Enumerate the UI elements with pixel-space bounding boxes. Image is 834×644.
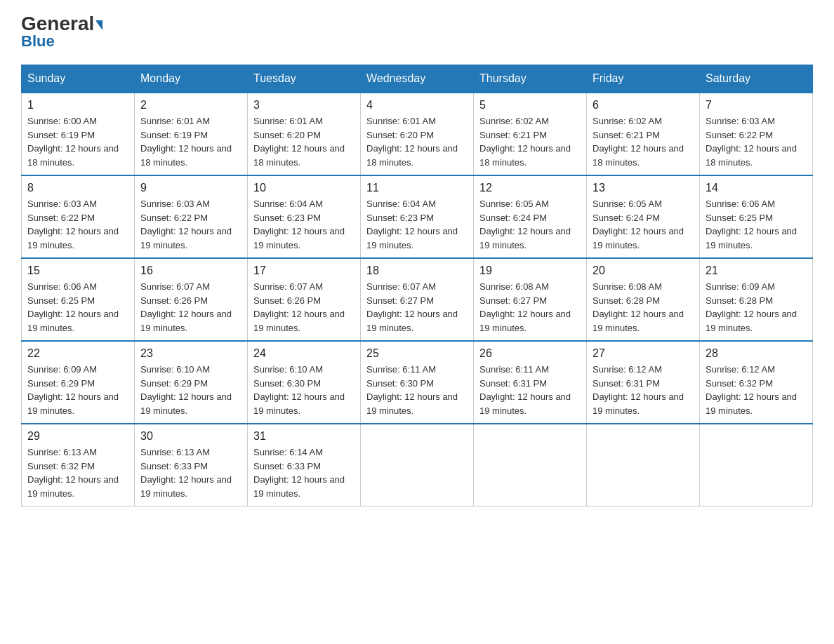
day-info: Sunrise: 6:09 AMSunset: 6:29 PMDaylight:… [27,363,128,417]
day-number: 5 [479,99,581,112]
day-number: 8 [27,182,128,194]
weekday-header-monday: Monday [135,65,248,93]
day-number: 22 [27,347,128,360]
weekday-header-friday: Friday [587,65,700,93]
page-header: General Blue [21,14,813,51]
calendar-cell: 27Sunrise: 6:12 AMSunset: 6:31 PMDayligh… [587,341,700,424]
day-number: 30 [140,430,241,443]
day-info: Sunrise: 6:11 AMSunset: 6:31 PMDaylight:… [479,363,581,417]
day-number: 18 [366,264,468,277]
calendar-cell: 3Sunrise: 6:01 AMSunset: 6:20 PMDaylight… [248,93,361,175]
day-number: 4 [366,99,468,112]
calendar-cell: 11Sunrise: 6:04 AMSunset: 6:23 PMDayligh… [361,175,474,258]
calendar-week-row: 1Sunrise: 6:00 AMSunset: 6:19 PMDaylight… [22,93,813,175]
calendar-cell: 2Sunrise: 6:01 AMSunset: 6:19 PMDaylight… [135,93,248,175]
day-number: 26 [479,347,581,360]
day-info: Sunrise: 6:08 AMSunset: 6:27 PMDaylight:… [479,280,581,335]
day-info: Sunrise: 6:05 AMSunset: 6:24 PMDaylight:… [479,197,581,252]
calendar-cell [474,424,587,507]
day-number: 9 [140,182,241,194]
calendar-week-row: 8Sunrise: 6:03 AMSunset: 6:22 PMDaylight… [22,175,813,258]
logo-general: General [21,13,94,34]
day-number: 13 [593,182,694,194]
day-info: Sunrise: 6:08 AMSunset: 6:28 PMDaylight:… [593,280,694,335]
calendar-cell: 24Sunrise: 6:10 AMSunset: 6:30 PMDayligh… [248,341,361,424]
day-number: 14 [706,182,807,194]
logo-triangle-icon [95,20,102,30]
logo: General Blue [21,14,102,51]
day-number: 24 [253,347,355,360]
day-number: 31 [253,430,355,443]
calendar-cell: 30Sunrise: 6:13 AMSunset: 6:33 PMDayligh… [135,424,248,507]
day-info: Sunrise: 6:13 AMSunset: 6:33 PMDaylight:… [140,445,241,500]
day-number: 29 [27,430,128,443]
calendar-cell: 12Sunrise: 6:05 AMSunset: 6:24 PMDayligh… [474,175,587,258]
weekday-header-thursday: Thursday [474,65,587,93]
day-info: Sunrise: 6:11 AMSunset: 6:30 PMDaylight:… [366,363,468,417]
day-info: Sunrise: 6:03 AMSunset: 6:22 PMDaylight:… [706,114,807,169]
logo-text: General [21,14,102,34]
calendar-cell: 8Sunrise: 6:03 AMSunset: 6:22 PMDaylight… [22,175,135,258]
calendar-cell: 5Sunrise: 6:02 AMSunset: 6:21 PMDaylight… [474,93,587,175]
calendar-week-row: 22Sunrise: 6:09 AMSunset: 6:29 PMDayligh… [22,341,813,424]
day-info: Sunrise: 6:03 AMSunset: 6:22 PMDaylight:… [27,197,128,252]
day-number: 21 [706,264,807,277]
day-info: Sunrise: 6:04 AMSunset: 6:23 PMDaylight:… [366,197,468,252]
calendar-body: 1Sunrise: 6:00 AMSunset: 6:19 PMDaylight… [22,93,813,507]
calendar-cell: 31Sunrise: 6:14 AMSunset: 6:33 PMDayligh… [248,424,361,507]
day-info: Sunrise: 6:00 AMSunset: 6:19 PMDaylight:… [27,114,128,169]
day-number: 25 [366,347,468,360]
calendar-cell: 13Sunrise: 6:05 AMSunset: 6:24 PMDayligh… [587,175,700,258]
calendar-cell: 22Sunrise: 6:09 AMSunset: 6:29 PMDayligh… [22,341,135,424]
calendar-cell [587,424,700,507]
calendar-cell: 9Sunrise: 6:03 AMSunset: 6:22 PMDaylight… [135,175,248,258]
day-number: 6 [593,99,694,112]
calendar-cell: 21Sunrise: 6:09 AMSunset: 6:28 PMDayligh… [700,258,813,341]
day-info: Sunrise: 6:14 AMSunset: 6:33 PMDaylight:… [253,445,355,500]
day-info: Sunrise: 6:02 AMSunset: 6:21 PMDaylight:… [479,114,581,169]
calendar-cell [700,424,813,507]
day-info: Sunrise: 6:07 AMSunset: 6:26 PMDaylight:… [140,280,241,335]
day-number: 28 [706,347,807,360]
calendar-cell: 15Sunrise: 6:06 AMSunset: 6:25 PMDayligh… [22,258,135,341]
calendar-cell: 29Sunrise: 6:13 AMSunset: 6:32 PMDayligh… [22,424,135,507]
day-number: 19 [479,264,581,277]
day-info: Sunrise: 6:05 AMSunset: 6:24 PMDaylight:… [593,197,694,252]
calendar-cell: 17Sunrise: 6:07 AMSunset: 6:26 PMDayligh… [248,258,361,341]
day-number: 7 [706,99,807,112]
calendar-cell [361,424,474,507]
weekday-header-saturday: Saturday [700,65,813,93]
day-info: Sunrise: 6:01 AMSunset: 6:19 PMDaylight:… [140,114,241,169]
day-info: Sunrise: 6:10 AMSunset: 6:30 PMDaylight:… [253,363,355,417]
calendar-cell: 10Sunrise: 6:04 AMSunset: 6:23 PMDayligh… [248,175,361,258]
day-number: 12 [479,182,581,194]
day-number: 3 [253,99,355,112]
day-info: Sunrise: 6:13 AMSunset: 6:32 PMDaylight:… [27,445,128,500]
weekday-header-row: SundayMondayTuesdayWednesdayThursdayFrid… [22,65,813,93]
calendar-cell: 7Sunrise: 6:03 AMSunset: 6:22 PMDaylight… [700,93,813,175]
calendar-cell: 6Sunrise: 6:02 AMSunset: 6:21 PMDaylight… [587,93,700,175]
logo-blue: Blue [21,32,55,51]
day-info: Sunrise: 6:12 AMSunset: 6:32 PMDaylight:… [706,363,807,417]
day-info: Sunrise: 6:01 AMSunset: 6:20 PMDaylight:… [366,114,468,169]
calendar-cell: 20Sunrise: 6:08 AMSunset: 6:28 PMDayligh… [587,258,700,341]
calendar-header: SundayMondayTuesdayWednesdayThursdayFrid… [22,65,813,93]
day-info: Sunrise: 6:07 AMSunset: 6:27 PMDaylight:… [366,280,468,335]
day-info: Sunrise: 6:01 AMSunset: 6:20 PMDaylight:… [253,114,355,169]
day-info: Sunrise: 6:07 AMSunset: 6:26 PMDaylight:… [253,280,355,335]
calendar-cell: 26Sunrise: 6:11 AMSunset: 6:31 PMDayligh… [474,341,587,424]
calendar-week-row: 15Sunrise: 6:06 AMSunset: 6:25 PMDayligh… [22,258,813,341]
calendar-cell: 25Sunrise: 6:11 AMSunset: 6:30 PMDayligh… [361,341,474,424]
calendar-cell: 18Sunrise: 6:07 AMSunset: 6:27 PMDayligh… [361,258,474,341]
calendar-week-row: 29Sunrise: 6:13 AMSunset: 6:32 PMDayligh… [22,424,813,507]
day-number: 23 [140,347,241,360]
day-number: 20 [593,264,694,277]
calendar-cell: 16Sunrise: 6:07 AMSunset: 6:26 PMDayligh… [135,258,248,341]
day-number: 15 [27,264,128,277]
calendar-cell: 19Sunrise: 6:08 AMSunset: 6:27 PMDayligh… [474,258,587,341]
day-number: 1 [27,99,128,112]
day-info: Sunrise: 6:02 AMSunset: 6:21 PMDaylight:… [593,114,694,169]
day-number: 16 [140,264,241,277]
day-info: Sunrise: 6:06 AMSunset: 6:25 PMDaylight:… [706,197,807,252]
day-number: 10 [253,182,355,194]
